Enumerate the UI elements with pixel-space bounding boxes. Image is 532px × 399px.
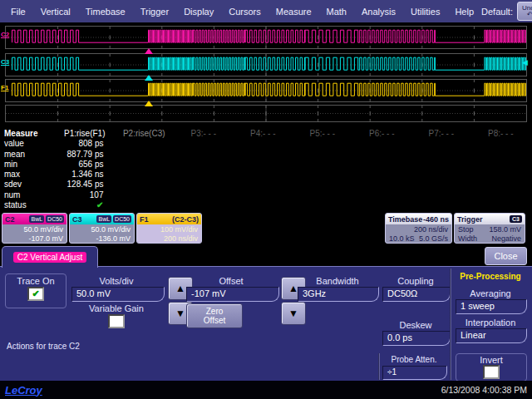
trace-on-checkbox[interactable]: ✔ <box>27 287 44 301</box>
measure-column-header-p6[interactable]: P6:- - - <box>352 129 412 139</box>
waveform-F1 <box>6 80 526 101</box>
tab-c2-vertical-adjust[interactable]: C2 Vertical Adjust <box>2 246 98 268</box>
measure-cell-p1-sdev: 128.45 ps <box>55 180 115 190</box>
measure-cell-p7-value <box>411 139 471 149</box>
menu-item-measure[interactable]: Measure <box>268 7 319 17</box>
probe-atten-field[interactable]: ÷1 <box>382 366 447 380</box>
measure-cell-p5-mean <box>293 150 352 160</box>
measure-cell-p8-max <box>471 170 531 180</box>
measure-cell-p4-value <box>234 139 293 149</box>
menu-item-display[interactable]: Display <box>176 7 221 17</box>
menu-item-help[interactable]: Help <box>447 7 481 17</box>
measure-column-header-p7[interactable]: P7:- - - <box>411 129 471 139</box>
measure-column-header-p3[interactable]: P3:- - - <box>174 129 234 139</box>
volts-div-field[interactable]: 50.0 mV <box>71 287 165 302</box>
channel-descriptor-c2[interactable]: C2 BwL DC50 50.0 mV/div-107.0 mV <box>2 213 67 244</box>
menu-item-vertical[interactable]: Vertical <box>33 7 78 17</box>
waveform-grid <box>6 106 526 121</box>
c3-dc50-badge: DC50 <box>113 215 131 223</box>
datetime-display: 6/13/2008 4:00:38 PM <box>441 385 527 395</box>
trigger-time-marker-2[interactable] <box>145 75 153 81</box>
measure-cell-p6-mean <box>352 150 412 160</box>
menu-bar-items: FileVerticalTimebaseTriggerDisplayCursor… <box>3 7 481 17</box>
oscilloscope-screen: FileVerticalTimebaseTriggerDisplayCursor… <box>0 0 532 399</box>
measure-cell-p6-num <box>352 190 412 200</box>
trace-label-c3: C3 <box>1 58 9 66</box>
close-button[interactable]: Close <box>485 247 527 265</box>
trigger-time-marker-3[interactable] <box>145 101 153 106</box>
measure-cell-p4-mean <box>234 150 293 160</box>
f1-settings: 100 mV/div200 ns/div <box>137 224 201 244</box>
waveform-C2 <box>6 27 526 48</box>
averaging-label: Averaging <box>454 288 527 298</box>
measure-cell-p3-status <box>174 200 234 210</box>
invert-group: Invert <box>456 353 527 382</box>
grid-strip-f1 <box>5 79 527 102</box>
menu-item-trigger[interactable]: Trigger <box>133 7 176 17</box>
measure-column-header-p5[interactable]: P5:- - - <box>293 129 352 139</box>
menu-item-math[interactable]: Math <box>319 7 354 17</box>
f1-header: F1 (C2-C3) <box>137 214 201 224</box>
measure-row-label-status: status <box>2 200 55 210</box>
trigger-box[interactable]: Trigger C3 Stop158.0 mV WidthNegative <box>454 213 525 244</box>
measure-cell-p1-value: 808 ps <box>55 139 115 149</box>
measure-cell-p7-sdev <box>411 180 471 190</box>
measure-cell-p3-min <box>174 160 234 170</box>
menu-item-cursors[interactable]: Cursors <box>221 7 268 17</box>
measure-cell-p8-value <box>471 139 531 149</box>
timebase-settings: 200 ns/div 10.0 kS5.0 GS/s <box>386 224 451 244</box>
measure-cell-p5-status <box>293 200 352 210</box>
offset-label: Offset <box>185 276 278 286</box>
bandwidth-field[interactable]: 3GHz <box>298 287 379 302</box>
menu-item-analysis[interactable]: Analysis <box>354 7 403 17</box>
c2-settings: 50.0 mV/div-107.0 mV <box>2 224 66 244</box>
invert-checkbox[interactable] <box>483 365 500 379</box>
c2-bwl-badge: BwL <box>29 215 44 223</box>
measure-cell-p1-num: 107 <box>55 190 115 200</box>
offset-down-button[interactable]: ▼ <box>281 302 306 325</box>
coupling-field[interactable]: DC50Ω <box>382 287 451 302</box>
variable-gain-checkbox[interactable] <box>108 314 125 328</box>
measure-cell-p4-min <box>234 160 293 170</box>
measure-cell-p3-max <box>174 170 234 180</box>
variable-gain-label: Variable Gain <box>70 303 163 313</box>
trace-descriptor-f1[interactable]: F1 (C2-C3) 100 mV/div200 ns/div <box>136 213 202 244</box>
menu-item-utilities[interactable]: Utilities <box>403 7 447 17</box>
measure-cell-p5-num <box>293 190 352 200</box>
interpolation-field[interactable]: Linear <box>456 328 527 343</box>
measure-cell-p6-sdev <box>352 180 412 190</box>
deskew-field[interactable]: 0.0 ps <box>382 331 451 346</box>
measure-column-header-p2[interactable]: P2:rise(C3) <box>115 129 175 139</box>
timebase-box[interactable]: Timebase-460 ns 200 ns/div 10.0 kS5.0 GS… <box>385 213 452 244</box>
undo-button[interactable]: Undo ↶ <box>517 2 532 21</box>
measure-cell-p8-num <box>471 190 531 200</box>
averaging-field[interactable]: 1 sweep <box>456 299 527 314</box>
invert-label: Invert <box>456 355 526 365</box>
channel-descriptor-c3[interactable]: C3 BwL DC50 50.0 mV/div-136.0 mV <box>69 213 135 244</box>
timebase-header: Timebase-460 ns <box>386 214 451 224</box>
trigger-time-marker-1[interactable] <box>145 48 153 54</box>
measure-cell-p2-max <box>115 170 175 180</box>
c2-id: C2 <box>5 215 15 224</box>
menu-item-file[interactable]: File <box>3 7 33 17</box>
measure-row-label-min: min <box>2 160 55 170</box>
measure-cell-p5-min <box>293 160 352 170</box>
menu-item-timebase[interactable]: Timebase <box>78 7 133 17</box>
measure-cell-p7-mean <box>411 150 471 160</box>
menu-bar: FileVerticalTimebaseTriggerDisplayCursor… <box>0 0 532 22</box>
grid-strip-c2 <box>5 26 527 49</box>
measure-column-header-p4[interactable]: P4:- - - <box>234 129 293 139</box>
measure-cell-p2-value <box>115 139 175 149</box>
offset-field[interactable]: -107 mV <box>186 287 279 302</box>
channel-offset-arrow-icon[interactable]: ◀ <box>522 58 528 66</box>
measure-column-header-p1[interactable]: P1:rise(F1) <box>55 129 115 139</box>
measure-cell-p2-mean <box>115 150 175 160</box>
undo-icon: ↶ <box>527 12 532 18</box>
measure-cell-p2-num <box>115 190 175 200</box>
zero-offset-button[interactable]: ZeroOffset <box>186 303 243 328</box>
c2-dc50-badge: DC50 <box>46 215 64 223</box>
measure-cell-p7-status <box>411 200 471 210</box>
measure-cell-p1-mean: 887.79 ps <box>55 150 115 160</box>
measure-column-header-p8[interactable]: P8:- - - <box>471 129 531 139</box>
measure-cell-p4-sdev <box>234 180 293 190</box>
